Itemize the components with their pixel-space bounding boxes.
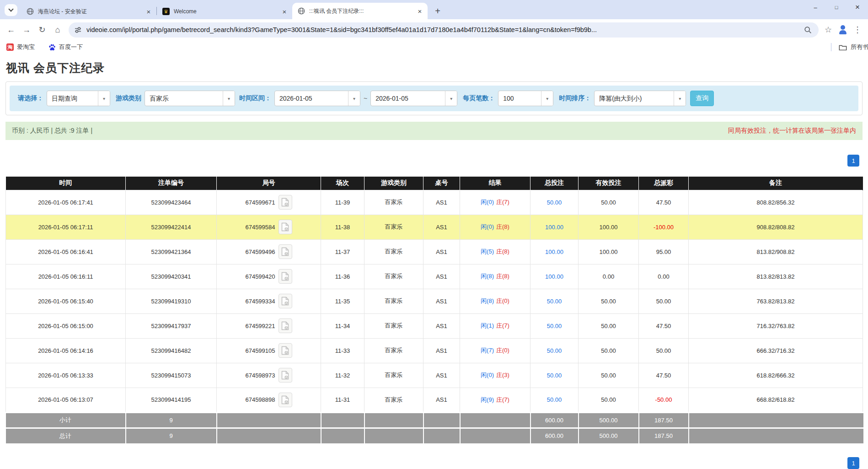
result-player: 闲(5): [481, 248, 494, 255]
cell-payout: 47.50: [639, 190, 689, 215]
total-bet-link[interactable]: 50.00: [547, 323, 562, 329]
chevron-down-icon[interactable]: ▾: [98, 91, 110, 106]
total-bet-link[interactable]: 100.00: [545, 248, 563, 255]
total-bet-link[interactable]: 100.00: [545, 273, 563, 280]
forward-icon[interactable]: →: [19, 22, 34, 37]
video-replay-button[interactable]: [279, 195, 292, 210]
pagination-bottom: 1: [5, 457, 859, 469]
cell-payout: 95.00: [639, 239, 689, 264]
browser-menu-icon[interactable]: ⋮: [851, 23, 864, 37]
bookmark-baidu[interactable]: 百度一下: [48, 43, 83, 51]
url-text[interactable]: videoie.com/ipl/portal.php/game/betrecor…: [86, 26, 800, 33]
new-tab-button[interactable]: +: [431, 5, 444, 17]
footer-empty-cell: [460, 428, 530, 443]
date-from-select[interactable]: 2026-01-05 ▾: [274, 91, 360, 106]
page-1-button[interactable]: 1: [847, 457, 859, 469]
date-to-select[interactable]: 2026-01-05 ▾: [370, 91, 457, 106]
result-banker: 庄(7): [496, 199, 509, 205]
cell-bet-number: 523099415073: [126, 363, 217, 388]
tab-strip: 海燕论坛 - 安全验证 × ♛ Welcome × :::视讯 会员下注纪录::…: [0, 0, 868, 19]
cell-game-type: 百家乐: [364, 313, 423, 338]
home-icon[interactable]: ⌂: [50, 22, 65, 37]
tab-close-icon[interactable]: ×: [280, 7, 289, 16]
total-bet-link[interactable]: 100.00: [545, 224, 563, 231]
profile-avatar[interactable]: [838, 25, 848, 35]
table-header-row: 时间注单编号局号场次游戏类别桌号结果总投注有效投注总派彩备注: [6, 177, 863, 190]
round-number: 674598898: [245, 396, 275, 403]
cell-table-number: AS1: [423, 363, 460, 388]
search-button[interactable]: 查询: [690, 91, 714, 106]
cell-session: 11-38: [321, 215, 364, 239]
round-number: 674598973: [245, 372, 275, 379]
cell-time: 2026-01-05 06:16:11: [6, 264, 126, 289]
tab-haiyan-forum[interactable]: 海燕论坛 - 安全验证 ×: [21, 4, 156, 19]
chevron-down-icon[interactable]: ▾: [445, 91, 457, 106]
cell-remark: 666.32/716.32: [689, 338, 863, 363]
result-banker: 庄(3): [496, 372, 509, 378]
all-bookmarks-label[interactable]: 所有书签: [851, 43, 868, 51]
chevron-down-icon[interactable]: ▾: [348, 91, 360, 106]
column-header: 注单编号: [126, 177, 217, 190]
chevron-down-icon[interactable]: ▾: [223, 91, 235, 106]
address-bar[interactable]: videoie.com/ipl/portal.php/game/betrecor…: [69, 22, 819, 38]
tab-welcome[interactable]: ♛ Welcome ×: [157, 4, 292, 19]
video-replay-button[interactable]: [279, 368, 292, 383]
tab-title: Welcome: [174, 8, 280, 15]
chevron-down-icon[interactable]: ▾: [674, 91, 686, 106]
back-icon[interactable]: ←: [4, 22, 18, 37]
total-bet-link[interactable]: 50.00: [547, 199, 562, 206]
tab-close-icon[interactable]: ×: [145, 7, 153, 16]
video-replay-button[interactable]: [279, 393, 292, 407]
column-header: 总派彩: [639, 177, 689, 190]
cell-payout: 50.00: [639, 289, 689, 313]
cell-total-bet: 50.00: [530, 363, 579, 388]
table-row: 2026-01-05 06:13:07523099414195674598898…: [6, 388, 863, 412]
total-bet-link[interactable]: 50.00: [547, 298, 562, 305]
video-replay-button[interactable]: [279, 269, 292, 284]
page-1-button[interactable]: 1: [847, 155, 859, 167]
result-banker: 庄(8): [496, 223, 509, 230]
sort-order-label: 时间排序：: [559, 94, 591, 102]
tab-bet-record-active[interactable]: :::视讯 会员下注纪录::: ×: [292, 3, 428, 19]
payout-value: 47.50: [656, 372, 671, 379]
bookmark-star-icon[interactable]: ☆: [821, 23, 835, 37]
total-bet-link[interactable]: 50.00: [547, 347, 562, 354]
total-row: 总计9600.00500.00187.50: [6, 428, 863, 443]
footer-count: 9: [126, 428, 217, 443]
bookmark-taobao[interactable]: 淘 爱淘宝: [6, 43, 35, 51]
video-replay-button[interactable]: [279, 294, 292, 308]
chevron-down-icon[interactable]: ▾: [541, 91, 553, 106]
query-type-select[interactable]: 日期查询 ▾: [47, 91, 110, 106]
tab-close-icon[interactable]: ×: [416, 7, 424, 15]
total-bet-link[interactable]: 50.00: [547, 396, 562, 403]
zoom-page-icon[interactable]: [804, 26, 812, 34]
window-close-button[interactable]: ×: [847, 0, 868, 15]
footer-empty-cell: [364, 428, 423, 443]
video-replay-button[interactable]: [279, 343, 292, 358]
cell-result: 闲(8)庄(8): [460, 264, 530, 289]
page-size-select[interactable]: 100 ▾: [498, 91, 553, 106]
game-type-label: 游戏类别: [116, 94, 141, 102]
cell-session: 11-33: [321, 338, 364, 363]
sort-order-select[interactable]: 降冪(由大到小) ▾: [594, 91, 686, 106]
video-replay-button[interactable]: [279, 220, 292, 234]
video-replay-button[interactable]: [279, 318, 292, 333]
footer-empty-cell: [321, 428, 364, 443]
cell-valid-bet: 50.00: [579, 363, 639, 388]
reload-icon[interactable]: ↻: [35, 22, 49, 37]
cell-result: 闲(7)庄(0): [460, 338, 530, 363]
total-bet-link[interactable]: 50.00: [547, 372, 562, 379]
round-number: 674599420: [245, 273, 275, 280]
cell-valid-bet: 50.00: [579, 338, 639, 363]
cell-remark: 716.32/763.82: [689, 313, 863, 338]
site-settings-icon[interactable]: [74, 26, 82, 34]
window-maximize-button[interactable]: □: [826, 0, 847, 15]
cell-session: 11-39: [321, 190, 364, 215]
video-replay-button[interactable]: [279, 244, 292, 259]
cell-remark: 618.82/666.32: [689, 363, 863, 388]
tab-search-button[interactable]: [5, 4, 17, 16]
game-type-select[interactable]: 百家乐 ▾: [145, 91, 235, 106]
window-minimize-button[interactable]: –: [805, 0, 826, 15]
browser-toolbar: ← → ↻ ⌂ videoie.com/ipl/portal.php/game/…: [0, 19, 868, 40]
table-row: 2026-01-05 06:16:41523099421364674599496…: [6, 239, 863, 264]
